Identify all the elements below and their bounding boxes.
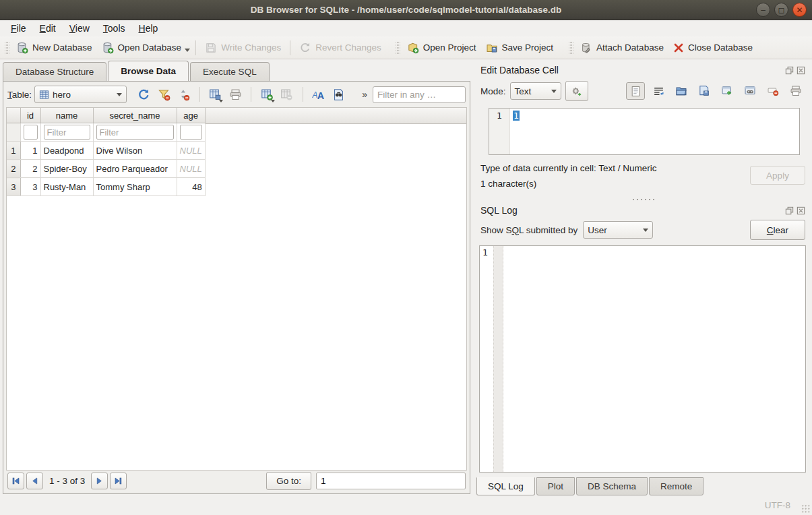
menu-tools[interactable]: Tools [96, 22, 132, 35]
word-wrap-button[interactable] [649, 82, 668, 100]
row-header[interactable]: 3 [7, 178, 20, 196]
apply-button[interactable]: Apply [750, 166, 805, 185]
row-header[interactable]: 1 [7, 142, 20, 160]
insert-record-button[interactable] [258, 86, 276, 103]
tab-sql-log[interactable]: SQL Log [476, 477, 535, 495]
cell-editor[interactable]: 1 1 [489, 108, 800, 155]
previous-record-button[interactable] [26, 473, 43, 489]
delete-record-button[interactable] [278, 86, 296, 103]
revert-changes-button[interactable]: Revert Changes [294, 39, 386, 57]
toolbar-grip[interactable] [396, 40, 400, 55]
cell-editor-content[interactable]: 1 [513, 111, 520, 121]
maximize-button[interactable]: ◻ [774, 3, 788, 17]
column-header-name[interactable]: name [40, 108, 93, 123]
menu-edit[interactable]: Edit [33, 22, 63, 35]
close-database-button[interactable]: Close Database [668, 40, 757, 56]
open-database-dropdown-caret[interactable] [185, 49, 190, 52]
clear-sort-button[interactable] [175, 86, 193, 103]
write-changes-button[interactable]: Write Changes [200, 39, 286, 57]
cell-id[interactable]: 2 [20, 160, 40, 178]
export-cell-button[interactable] [695, 82, 714, 100]
cell-id[interactable]: 1 [20, 142, 40, 160]
new-database-button[interactable]: New Database [11, 39, 97, 57]
table-select[interactable]: hero [34, 86, 127, 103]
menu-file[interactable]: File [4, 22, 33, 35]
column-header-id[interactable]: id [20, 108, 40, 123]
menu-help[interactable]: Help [132, 22, 165, 35]
minimize-button[interactable]: – [756, 3, 770, 17]
save-table-button[interactable] [207, 86, 224, 103]
cell-name[interactable]: Spider-Boy [40, 160, 93, 178]
open-project-button[interactable]: Open Project [402, 39, 481, 57]
goto-button[interactable]: Go to: [266, 472, 311, 490]
print-table-button[interactable] [226, 86, 244, 103]
tab-database-structure[interactable]: Database Structure [3, 62, 106, 81]
submitted-by-select[interactable]: User [583, 221, 653, 239]
save-project-button[interactable]: Save Project [481, 39, 559, 57]
next-record-button[interactable] [91, 473, 108, 489]
copy-link-button[interactable] [741, 82, 759, 100]
cell-secret-name[interactable]: Dive Wilson [93, 142, 177, 160]
column-header-age[interactable]: age [177, 108, 205, 123]
encoding-indicator[interactable]: UTF-8 [765, 500, 790, 510]
sort-clear-icon [177, 88, 190, 101]
toolbar-grip[interactable] [5, 40, 9, 55]
cell-age[interactable]: 48 [177, 178, 205, 196]
table-save-icon [209, 88, 222, 101]
clear-log-button[interactable]: Clear [750, 220, 805, 240]
clear-filters-button[interactable] [155, 86, 173, 103]
tab-db-schema[interactable]: DB Schema [576, 477, 648, 495]
set-null-button[interactable] [763, 82, 782, 100]
find-button[interactable] [330, 86, 347, 103]
cell-secret-name[interactable]: Tommy Sharp [93, 178, 177, 196]
title-bar[interactable]: DB Browser for SQLite - /home/user/code/… [0, 0, 812, 20]
print-cell-button[interactable] [786, 82, 805, 100]
next-record-icon [95, 477, 104, 485]
dock-close-icon[interactable] [797, 206, 805, 215]
cell-id[interactable]: 3 [20, 178, 40, 196]
cell-name[interactable]: Rusty-Man [40, 178, 93, 196]
font-settings-button[interactable]: A A [310, 86, 327, 103]
open-in-external-button[interactable] [718, 82, 737, 100]
filter-input-age[interactable] [180, 125, 202, 140]
cell-name[interactable]: Deadpond [40, 142, 93, 160]
filter-any-input[interactable] [373, 86, 466, 103]
dock-float-icon[interactable] [785, 206, 794, 215]
open-database-button[interactable]: Open Database [97, 39, 187, 57]
dock-float-icon[interactable] [785, 66, 794, 75]
cell-secret-name[interactable]: Pedro Parqueador [93, 160, 177, 178]
svg-text:A: A [317, 90, 324, 101]
attach-database-button[interactable]: Attach Database [575, 39, 668, 57]
corner-header[interactable] [7, 108, 20, 123]
toolbar-grip[interactable] [569, 40, 573, 55]
dock-splitter-handle[interactable] [474, 195, 812, 204]
dock-close-icon[interactable] [797, 66, 805, 75]
mode-label: Mode: [480, 86, 506, 96]
filter-input-name[interactable] [44, 125, 90, 140]
cell-age[interactable]: NULL [177, 142, 205, 160]
mode-select[interactable]: Text [510, 82, 561, 100]
auto-switch-mode-button[interactable] [565, 81, 588, 101]
sql-log-editor[interactable]: 1 [479, 245, 806, 473]
tab-browse-data[interactable]: Browse Data [108, 61, 189, 81]
tab-plot[interactable]: Plot [536, 477, 575, 495]
last-record-button[interactable] [110, 473, 127, 489]
import-cell-button[interactable] [672, 82, 691, 100]
menu-view[interactable]: View [63, 22, 96, 35]
close-button[interactable]: ✕ [792, 3, 807, 17]
toolbar-overflow-chevron[interactable]: » [359, 89, 370, 100]
cell-age[interactable]: NULL [177, 160, 205, 178]
goto-input[interactable] [316, 473, 466, 489]
first-record-button[interactable] [7, 473, 24, 489]
text-mode-button[interactable] [626, 82, 645, 100]
column-header-secret-name[interactable]: secret_name [93, 108, 177, 123]
tab-execute-sql[interactable]: Execute SQL [190, 62, 270, 81]
tab-remote[interactable]: Remote [649, 477, 704, 495]
row-header[interactable]: 2 [7, 160, 20, 178]
document-icon [630, 86, 642, 97]
refresh-button[interactable] [135, 86, 152, 103]
filter-input-secret-name[interactable] [96, 125, 174, 140]
resize-grip[interactable] [801, 504, 810, 513]
filter-input-id[interactable] [24, 125, 38, 140]
folder-save-icon [486, 42, 498, 54]
